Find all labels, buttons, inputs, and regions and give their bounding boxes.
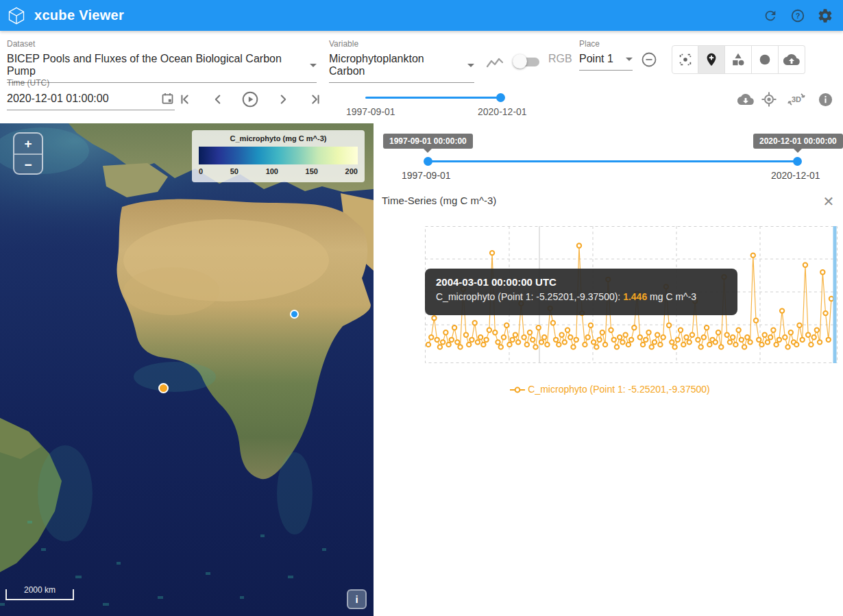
remove-place-button[interactable] bbox=[641, 51, 657, 71]
range-start-tooltip: 1997-09-01 00:00:00 bbox=[383, 134, 473, 149]
range-end-thumb[interactable] bbox=[793, 157, 802, 166]
color-bar[interactable] bbox=[199, 147, 358, 164]
toggle-3d-button[interactable]: 3D bbox=[787, 90, 806, 109]
place-tools-group bbox=[672, 45, 805, 74]
tooltip-unit: mg C m^-3 bbox=[647, 291, 696, 302]
skip-last-icon bbox=[308, 92, 323, 107]
tooltip-time: 2004-03-01 00:00:00 UTC bbox=[436, 276, 726, 288]
chevron-left-icon bbox=[210, 92, 225, 107]
info-button[interactable] bbox=[816, 90, 835, 109]
chevron-down-icon bbox=[310, 64, 317, 67]
map-point-current[interactable] bbox=[290, 310, 299, 319]
last-time-step-button[interactable] bbox=[305, 89, 326, 110]
timeseries-panel: 1997-09-01 00:00:00 2020-12-01 00:00:00 … bbox=[374, 123, 843, 616]
place-value: Point 1 bbox=[579, 53, 613, 65]
legend-tick: 150 bbox=[306, 167, 318, 175]
play-button[interactable] bbox=[240, 89, 260, 110]
legend-tick: 0 bbox=[199, 167, 203, 175]
close-timeseries-button[interactable]: ✕ bbox=[820, 193, 837, 210]
timeseries-title: Time-Series (mg C m^-3) bbox=[382, 195, 496, 206]
time-range-slider[interactable] bbox=[428, 156, 797, 167]
tooltip-value: 1.446 bbox=[623, 291, 647, 302]
circle-icon bbox=[757, 52, 772, 67]
minus-circle-icon bbox=[641, 51, 657, 68]
cloud-upload-icon bbox=[783, 51, 800, 68]
series-legend-label: C_microphyto (Point 1: -5.25201,-9.37500… bbox=[528, 384, 709, 395]
dataset-select[interactable]: Dataset BICEP Pools and Fluxes of the Oc… bbox=[7, 39, 317, 83]
slider-track bbox=[365, 97, 502, 99]
show-timeseries-button[interactable] bbox=[483, 51, 506, 75]
variable-select[interactable]: Variable Microphytoplankton Carbon bbox=[329, 39, 474, 83]
control-panel: Dataset BICEP Pools and Fluxes of the Oc… bbox=[0, 31, 843, 123]
locate-place-button[interactable] bbox=[759, 90, 779, 109]
add-point-button[interactable] bbox=[698, 45, 725, 74]
app-bar: xcube Viewer ? bbox=[0, 0, 843, 31]
select-place-button[interactable] bbox=[672, 45, 698, 74]
center-focus-icon bbox=[678, 52, 693, 67]
range-end-tooltip: 2020-12-01 00:00:00 bbox=[753, 134, 843, 149]
legend-tick: 200 bbox=[345, 167, 358, 175]
legend-title: C_microphyto (mg C m^-3) bbox=[199, 134, 358, 143]
app-title: xcube Viewer bbox=[34, 8, 124, 23]
chevron-right-icon bbox=[276, 92, 291, 107]
map-view[interactable]: + − C_microphyto (mg C m^-3) 0 50 100 15… bbox=[0, 123, 374, 616]
sparkline-icon bbox=[486, 56, 504, 70]
svg-text:3D: 3D bbox=[792, 95, 801, 103]
download-timeseries-button[interactable] bbox=[736, 90, 755, 109]
legend-ticks: 0 50 100 150 200 bbox=[199, 167, 358, 175]
range-end-label: 2020-12-01 bbox=[771, 170, 820, 181]
help-icon: ? bbox=[790, 8, 805, 23]
rgb-label: RGB bbox=[548, 53, 572, 65]
attribution-button[interactable]: i bbox=[347, 589, 367, 609]
zoom-out-button[interactable]: − bbox=[14, 155, 42, 175]
mini-slider-end-label: 2020-12-01 bbox=[478, 106, 527, 117]
3d-rotation-icon: 3D bbox=[787, 90, 806, 108]
info-icon bbox=[818, 92, 833, 108]
gear-icon bbox=[817, 8, 833, 24]
draw-circle-button[interactable] bbox=[752, 45, 779, 74]
time-mini-slider[interactable] bbox=[365, 91, 502, 105]
range-track bbox=[428, 160, 797, 162]
skip-first-icon bbox=[178, 92, 193, 107]
slider-thumb[interactable] bbox=[496, 93, 505, 102]
svg-text:?: ? bbox=[796, 12, 801, 20]
range-start-label: 1997-09-01 bbox=[402, 170, 451, 181]
next-time-step-button[interactable] bbox=[273, 89, 293, 110]
place-label: Place bbox=[579, 39, 633, 49]
first-time-step-button[interactable] bbox=[175, 89, 195, 110]
help-button[interactable]: ? bbox=[784, 2, 811, 29]
color-bar-legend[interactable]: C_microphyto (mg C m^-3) 0 50 100 150 20… bbox=[192, 130, 365, 182]
tooltip-series-text: C_microphyto (Point 1: -5.25201,-9.37500… bbox=[436, 291, 623, 302]
series-marker-icon bbox=[510, 386, 525, 393]
time-label: Time (UTC) bbox=[7, 78, 175, 88]
chart-tooltip: 2004-03-01 00:00:00 UTC C_microphyto (Po… bbox=[425, 269, 737, 315]
refresh-button[interactable] bbox=[757, 2, 784, 29]
my-location-icon bbox=[761, 91, 777, 108]
calendar-icon[interactable] bbox=[160, 91, 175, 106]
time-field[interactable]: Time (UTC) 2020-12-01 01:00:00 bbox=[7, 78, 175, 110]
place-select[interactable]: Place Point 1 bbox=[579, 39, 633, 71]
cloud-download-icon bbox=[737, 91, 754, 108]
map-zoom-control: + − bbox=[13, 132, 43, 175]
play-circle-icon bbox=[241, 90, 259, 108]
zoom-in-button[interactable]: + bbox=[14, 134, 42, 153]
variable-label: Variable bbox=[329, 39, 474, 49]
dataset-label: Dataset bbox=[7, 39, 317, 49]
add-location-pin-icon bbox=[704, 52, 719, 67]
mini-slider-start-label: 1997-09-01 bbox=[346, 106, 395, 117]
range-start-thumb[interactable] bbox=[424, 157, 432, 166]
map-canvas[interactable] bbox=[0, 123, 374, 616]
import-places-button[interactable] bbox=[779, 45, 805, 74]
legend-tick: 100 bbox=[266, 167, 278, 175]
draw-geometry-button[interactable] bbox=[725, 45, 752, 74]
chevron-down-icon bbox=[467, 64, 474, 67]
map-point-1[interactable] bbox=[158, 383, 169, 393]
settings-button[interactable] bbox=[811, 2, 839, 29]
refresh-icon bbox=[763, 8, 778, 23]
time-value: 2020-12-01 01:00:00 bbox=[7, 93, 109, 105]
xcube-viewer-window: xcube Viewer ? Dataset BICEP Pools and F… bbox=[0, 0, 843, 616]
series-legend-item[interactable]: C_microphyto (Point 1: -5.25201,-9.37500… bbox=[425, 384, 795, 395]
previous-time-step-button[interactable] bbox=[208, 89, 228, 110]
rgb-toggle[interactable] bbox=[513, 53, 543, 70]
scale-text: 2000 km bbox=[7, 585, 73, 595]
